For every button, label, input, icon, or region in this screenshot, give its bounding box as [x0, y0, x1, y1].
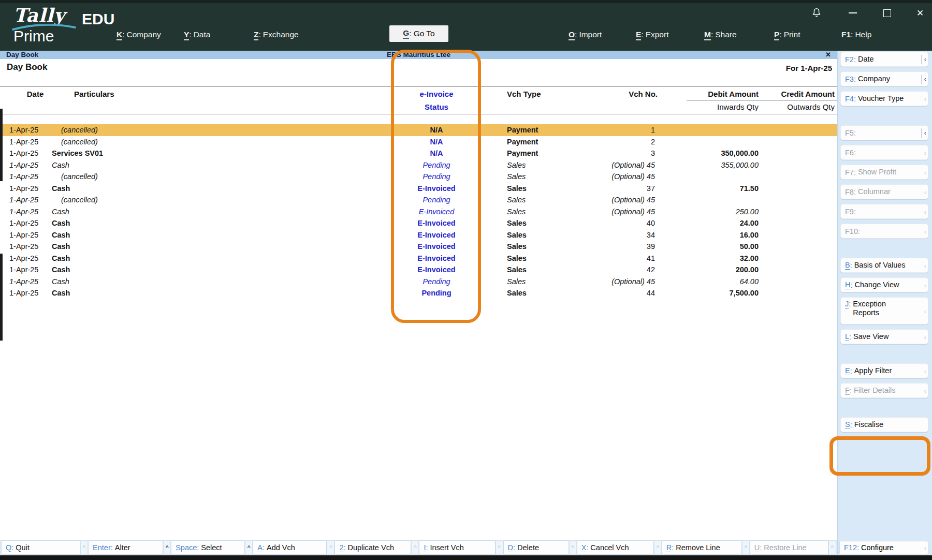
voucher-table: 1-Apr-25(cancelled)N/APayment11-Apr-25(c…: [0, 124, 837, 299]
menu-colon: :: [641, 30, 643, 39]
table-row[interactable]: 1-Apr-25CashE-InvoicedSales4024.00: [0, 217, 837, 229]
menu-label: Company: [127, 30, 161, 39]
row-date: 1-Apr-25: [9, 287, 51, 299]
table-row[interactable]: 1-Apr-25Services SV01N/APayment3350,000.…: [0, 148, 837, 159]
minimize-button[interactable]: [845, 5, 861, 21]
bottombar-button-select[interactable]: Space:Select: [171, 540, 245, 555]
menu-item-import[interactable]: O:Import: [569, 28, 602, 41]
sidebar-button-f3-company[interactable]: F3:Company‹: [840, 71, 928, 86]
tally-logo-script: Tally: [13, 4, 65, 26]
configure-label: Configure: [861, 543, 894, 552]
row-einvoice-status: N/A: [394, 136, 479, 148]
menu-item-print[interactable]: P:Print: [774, 28, 800, 41]
shortcut-label: Insert Vch: [430, 543, 464, 552]
sidebar-group: S:Fiscalise: [838, 417, 932, 432]
report-period: For 1-Apr-25: [625, 64, 832, 72]
bottombar-button-duplicate-vch[interactable]: 2:Duplicate Vch: [334, 540, 411, 555]
sidebar-button-f4-voucher-type[interactable]: F4:Voucher Type‹: [840, 91, 928, 106]
goto-button[interactable]: G:Go To: [389, 25, 448, 42]
menu-item-help[interactable]: F1:Help: [841, 28, 871, 41]
row-debit-amount: 64.00: [664, 276, 759, 288]
table-row[interactable]: 1-Apr-25CashE-InvoicedSales3416.00: [0, 229, 837, 241]
sidebar-label: Columnar: [858, 187, 891, 196]
sidebar-group: E:Apply Filter‹F:Filter Details‹: [838, 363, 932, 398]
table-row[interactable]: 1-Apr-25CashE-InvoicedSales4132.00: [0, 253, 837, 264]
sidebar-label: Date: [858, 55, 874, 64]
row-particulars: Cash: [52, 264, 70, 276]
menu-colon: :: [851, 30, 853, 39]
row-einvoice-status: N/A: [394, 148, 479, 159]
menu-item-data[interactable]: Y:Data: [184, 28, 210, 41]
sidebar-button-l-save-view[interactable]: L:Save View‹: [840, 329, 928, 344]
table-row[interactable]: 1-Apr-25CashPendingSales447,500.00: [0, 287, 837, 299]
row-vch-type: Sales: [507, 276, 526, 288]
bottombar-button-delete[interactable]: D:Delete: [503, 540, 569, 555]
row-einvoice-status: Pending: [394, 194, 479, 206]
chevron-left-icon: ‹: [924, 367, 926, 375]
shortcut-label: Alter: [115, 543, 130, 552]
bottombar-button-remove-line[interactable]: R:Remove Line: [662, 540, 742, 555]
row-debit-amount: 24.00: [664, 217, 759, 229]
menu-colon: :: [189, 30, 191, 39]
sidebar-key: B: [845, 261, 850, 270]
row-einvoice-status: E-Invoiced: [394, 253, 479, 264]
row-vch-type: Sales: [507, 264, 527, 276]
row-einvoice-status: Pending: [394, 159, 479, 171]
sidebar-label: Voucher Type: [858, 94, 904, 103]
caret-up-icon: ^: [569, 540, 577, 555]
menu-colon: :: [575, 30, 577, 39]
row-vch-no: (Optional) 45: [538, 206, 655, 218]
sidebar-label: Show Profit: [858, 168, 896, 176]
table-row[interactable]: 1-Apr-25CashPendingSales(Optional) 4564.…: [0, 276, 837, 288]
table-row[interactable]: 1-Apr-25CashE-InvoicedSales3950.00: [0, 241, 837, 253]
table-row[interactable]: 1-Apr-25CashE-InvoicedSales3771.50: [0, 183, 837, 195]
menu-key: K: [116, 30, 122, 40]
row-vch-type: Sales: [507, 253, 527, 264]
menu-item-company[interactable]: K:Company: [116, 28, 161, 41]
sidebar-group: F5:‹F6:‹F7:Show Profit‹F8:Columnar‹F9:‹F…: [838, 125, 932, 239]
bottombar-button-insert-vch[interactable]: I:Insert Vch: [419, 540, 495, 555]
table-row[interactable]: 1-Apr-25CashE-InvoicedSales42200.00: [0, 264, 837, 276]
maximize-button[interactable]: [879, 5, 895, 21]
row-einvoice-status: E-Invoiced: [394, 241, 479, 253]
sidebar-button-f12-configure[interactable]: F12:Configure ‹: [839, 541, 928, 554]
configure-key: F12: [844, 543, 857, 552]
table-rule-header-bottom: [0, 114, 837, 114]
notifications-bell-icon[interactable]: [809, 5, 824, 21]
table-row[interactable]: 1-Apr-25(cancelled)PendingSales(Optional…: [0, 194, 837, 206]
row-date: 1-Apr-25: [9, 194, 51, 206]
sidebar-key: F6: [845, 149, 854, 157]
table-row[interactable]: 1-Apr-25(cancelled)PendingSales(Optional…: [0, 171, 837, 183]
row-debit-amount: 7,500.00: [664, 287, 759, 299]
shortcut-colon: :: [11, 543, 13, 552]
chevron-left-icon: ‹: [924, 333, 926, 341]
table-row[interactable]: 1-Apr-25(cancelled)N/APayment2: [0, 136, 837, 148]
bottombar-button-quit[interactable]: Q:Quit: [1, 540, 80, 555]
sidebar-button-f2-date[interactable]: F2:Date‹: [840, 52, 928, 67]
report-close-icon[interactable]: ✕: [825, 51, 831, 59]
menu-item-export[interactable]: E:Export: [636, 28, 668, 41]
sidebar-button-s-fiscalise[interactable]: S:Fiscalise: [840, 417, 928, 432]
sidebar-button-h-change-view[interactable]: H:Change View‹: [840, 277, 928, 292]
table-row[interactable]: 1-Apr-25CashPendingSales(Optional) 45355…: [0, 159, 837, 171]
close-window-button[interactable]: ✕: [912, 5, 928, 21]
row-date: 1-Apr-25: [9, 264, 51, 276]
sidebar-button-b-basis-of-values[interactable]: B:Basis of Values‹: [840, 258, 928, 273]
column-header-vch-no: Vch No.: [554, 89, 658, 99]
row-vch-type: Payment: [507, 124, 538, 136]
row-einvoice-status: Pending: [394, 276, 479, 288]
table-row[interactable]: 1-Apr-25CashE-InvoicedSales(Optional) 45…: [0, 206, 837, 218]
menu-item-exchange[interactable]: Z:Exchange: [254, 28, 299, 41]
sidebar-button-j-exception-reports[interactable]: J:Exception Reports‹: [840, 297, 928, 325]
bottombar-button-add-vch[interactable]: A:Add Vch: [253, 540, 327, 555]
menu-item-share[interactable]: M:Share: [704, 28, 737, 41]
bottombar-button-cancel-vch[interactable]: X:Cancel Vch: [577, 540, 654, 555]
row-vch-type: Sales: [507, 217, 527, 229]
row-particulars: Cash: [52, 253, 70, 264]
row-debit-amount: 355,000.00: [664, 159, 759, 171]
bottombar-button-alter[interactable]: Enter:Alter: [88, 540, 163, 555]
sidebar-button-e-apply-filter[interactable]: E:Apply Filter‹: [840, 363, 928, 378]
row-date: 1-Apr-25: [9, 229, 51, 241]
table-row[interactable]: 1-Apr-25(cancelled)N/APayment1: [0, 124, 837, 136]
shortcut-colon: :: [760, 543, 762, 552]
